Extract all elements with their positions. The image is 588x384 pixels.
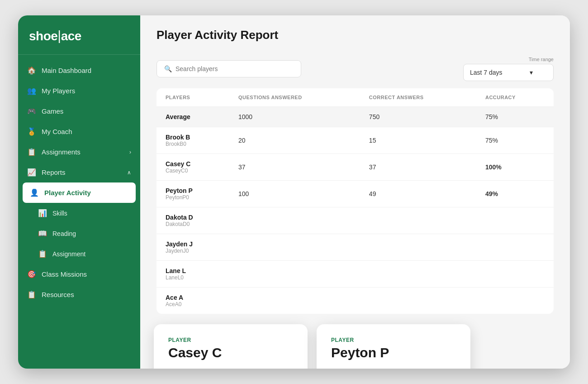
player-cell-2: Casey CCaseyC0	[156, 154, 229, 181]
sidebar-item-label-class-missions: Class Missions	[42, 270, 87, 278]
sidebar-item-my-players[interactable]: 👥My Players	[18, 81, 140, 101]
app-wrapper: shoe|ace 🏠Main Dashboard👥My Players🎮Game…	[18, 15, 570, 369]
player-cell-5: Jayden JJaydenJ0	[156, 234, 229, 261]
sidebar-item-label-my-coach: My Coach	[42, 128, 72, 135]
sidebar-item-label-resources: Resources	[42, 291, 74, 298]
sidebar-item-main-dashboard[interactable]: 🏠Main Dashboard	[18, 60, 140, 81]
search-input[interactable]	[175, 65, 294, 72]
chevron-icon-assignments: ›	[129, 149, 131, 155]
questions-cell-0: 1000	[229, 107, 360, 127]
sidebar-item-label-skills: Skills	[52, 210, 67, 217]
search-box[interactable]: 🔍	[156, 60, 301, 77]
player-name: Dakota D	[166, 214, 220, 221]
assignments-icon: 📋	[27, 148, 36, 156]
correct-cell-7	[360, 288, 476, 314]
main-dashboard-icon: 🏠	[27, 66, 36, 75]
correct-cell-0: 750	[360, 107, 476, 127]
player-cell-0: Average	[156, 107, 229, 127]
my-coach-icon: 🏅	[27, 127, 36, 136]
time-range-select[interactable]: Last 7 days ▾	[463, 64, 554, 81]
player-cell-6: Lane LLaneL0	[156, 261, 229, 288]
accuracy-cell-7	[476, 288, 554, 314]
player-card-0: PLAYER Casey C CORRECT ANSWERS 37 / 37 A…	[154, 324, 308, 369]
card-correct-label: CORRECT ANSWERS	[331, 368, 456, 369]
games-icon: 🎮	[27, 107, 36, 115]
player-name: Jayden J	[166, 240, 220, 248]
col-header-2: CORRECT ANSWERS	[360, 88, 476, 107]
chevron-down-icon: ▾	[530, 69, 533, 76]
table-body: Average100075075%Brook BBrookB0201575%Ca…	[156, 107, 554, 314]
questions-cell-1: 20	[229, 127, 360, 154]
player-cell-4: Dakota DDakotaD0	[156, 207, 229, 234]
accuracy-cell-2: 100%	[476, 154, 554, 181]
correct-cell-5	[360, 234, 476, 261]
player-name: Casey C	[166, 160, 220, 168]
player-username: AceA0	[166, 301, 220, 307]
sidebar-item-label-player-activity: Player Activity	[44, 189, 91, 197]
sidebar-item-games[interactable]: 🎮Games	[18, 101, 140, 121]
sidebar-item-reports[interactable]: 📈Reports∧	[18, 162, 140, 182]
chevron-icon-reports: ∧	[127, 169, 131, 176]
accuracy-cell-6	[476, 261, 554, 288]
card-player-name: Peyton P	[331, 345, 456, 360]
sidebar-item-label-assignment: Assignment	[52, 250, 85, 258]
sidebar-item-skills[interactable]: 📊Skills	[18, 203, 140, 223]
questions-cell-3: 100	[229, 181, 360, 207]
player-name: Ace A	[166, 294, 220, 301]
cards-overlay: PLAYER Casey C CORRECT ANSWERS 37 / 37 A…	[154, 324, 470, 369]
sidebar-item-class-missions[interactable]: 🎯Class Missions	[18, 264, 140, 284]
table-row[interactable]: Jayden JJaydenJ0	[156, 234, 554, 261]
main-header: Player Activity Report	[140, 15, 570, 51]
card-correct-label: CORRECT ANSWERS	[168, 368, 293, 369]
player-cell-1: Brook BBrookB0	[156, 127, 229, 154]
accuracy-cell-1: 75%	[476, 127, 554, 154]
page-title: Player Activity Report	[156, 28, 554, 42]
sidebar-item-resources[interactable]: 📋Resources	[18, 284, 140, 305]
toolbar: 🔍 Time range Last 7 days ▾	[140, 51, 570, 88]
questions-cell-7	[229, 288, 360, 314]
table-row[interactable]: Lane LLaneL0	[156, 261, 554, 288]
table-row[interactable]: Peyton PPeytonP01004949%	[156, 181, 554, 207]
sidebar-item-assignments[interactable]: 📋Assignments›	[18, 142, 140, 162]
logo-bracket: |	[57, 28, 61, 43]
resources-icon: 📋	[27, 290, 36, 299]
sidebar-item-label-assignments: Assignments	[42, 148, 81, 156]
questions-cell-6	[229, 261, 360, 288]
sidebar-item-my-coach[interactable]: 🏅My Coach	[18, 121, 140, 142]
table-row[interactable]: Brook BBrookB0201575%	[156, 127, 554, 154]
table-header-row: PLAYERSQUESTIONS ANSWEREDCORRECT ANSWERS…	[156, 88, 554, 107]
correct-cell-2: 37	[360, 154, 476, 181]
search-icon: 🔍	[164, 65, 172, 72]
questions-cell-5	[229, 234, 360, 261]
accuracy-cell-0: 75%	[476, 107, 554, 127]
sidebar-item-reading[interactable]: 📖Reading	[18, 223, 140, 244]
player-username: DakotaD0	[166, 221, 220, 227]
player-username: JaydenJ0	[166, 248, 220, 254]
accuracy-cell-5	[476, 234, 554, 261]
player-name: Lane L	[166, 267, 220, 274]
sidebar-item-label-main-dashboard: Main Dashboard	[42, 67, 91, 74]
card-player-label: PLAYER	[331, 337, 456, 343]
table-row[interactable]: Ace AAceA0	[156, 288, 554, 314]
questions-cell-2: 37	[229, 154, 360, 181]
sidebar-item-player-activity[interactable]: 👤Player Activity	[23, 182, 136, 203]
my-players-icon: 👥	[27, 86, 36, 95]
player-name: Brook B	[166, 134, 220, 141]
sidebar-item-assignment[interactable]: 📋Assignment	[18, 244, 140, 264]
logo: shoe|ace	[29, 28, 129, 43]
table-row[interactable]: Average100075075%	[156, 107, 554, 127]
player-card-1: PLAYER Peyton P CORRECT ANSWERS 49/100 A…	[317, 324, 470, 369]
logo-area: shoe|ace	[18, 15, 140, 55]
sidebar-item-label-reports: Reports	[42, 168, 66, 176]
player-activity-icon: 👤	[30, 188, 39, 197]
card-player-label: PLAYER	[168, 337, 293, 343]
sidebar-item-label-my-players: My Players	[42, 87, 75, 95]
table-row[interactable]: Casey CCaseyC03737100%	[156, 154, 554, 181]
col-header-1: QUESTIONS ANSWERED	[229, 88, 360, 107]
assignment-icon: 📋	[38, 250, 47, 258]
data-table: PLAYERSQUESTIONS ANSWEREDCORRECT ANSWERS…	[156, 88, 554, 314]
accuracy-cell-4	[476, 207, 554, 234]
player-cell-7: Ace AAceA0	[156, 288, 229, 314]
table-row[interactable]: Dakota DDakotaD0	[156, 207, 554, 234]
time-range-value: Last 7 days	[470, 69, 503, 76]
